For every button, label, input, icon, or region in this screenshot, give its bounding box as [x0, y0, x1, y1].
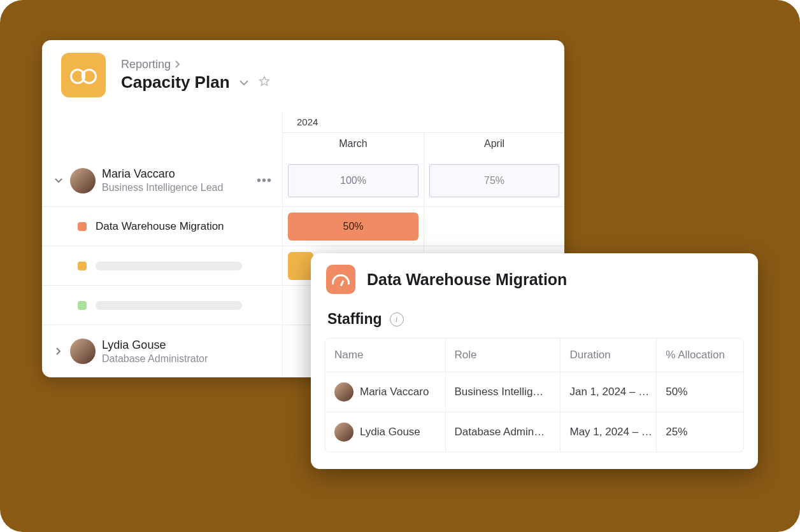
task-color-dot: [78, 222, 87, 231]
person-row-left[interactable]: Maria Vaccaro Business Intelligence Lead…: [42, 155, 283, 206]
card-header: Reporting Capacity Plan: [42, 40, 564, 111]
cell-duration: May 1, 2024 – …: [561, 412, 657, 452]
table-header-row: Name Role Duration % Allocation: [325, 339, 743, 372]
person-name: Lydia Gouse: [102, 339, 208, 352]
table-row[interactable]: Maria Vaccaro Business Intellig… Jan 1, …: [325, 372, 743, 412]
person-role: Business Intelligence Lead: [102, 182, 223, 193]
row-more-button[interactable]: •••: [257, 173, 275, 188]
avatar: [70, 168, 96, 193]
brand-badge: [61, 53, 106, 97]
section-title: Staffing: [327, 311, 382, 328]
expand-toggle[interactable]: [54, 347, 64, 355]
timeline-year: 2024: [283, 111, 564, 133]
task-row-left[interactable]: [42, 246, 283, 285]
timeline-header-spacer: [42, 111, 283, 155]
cell-name: Lydia Gouse: [325, 412, 446, 452]
col-duration: Duration: [561, 339, 657, 372]
gauge-icon: [332, 274, 350, 284]
task-label-skeleton: [96, 301, 242, 310]
table-row[interactable]: Lydia Gouse Database Admin… May 1, 2024 …: [325, 412, 743, 452]
detail-title: Data Warehouse Migration: [367, 270, 567, 289]
person-name: Maria Vaccaro: [102, 167, 223, 181]
person-row-left[interactable]: Lydia Gouse Database Administrator: [42, 325, 283, 377]
task-row[interactable]: Data Warehouse Migration 50%: [42, 207, 564, 246]
info-icon[interactable]: i: [390, 312, 404, 326]
expand-toggle[interactable]: [54, 178, 64, 183]
avatar: [334, 423, 354, 442]
favorite-star-button[interactable]: [258, 75, 271, 90]
breadcrumb-parent[interactable]: Reporting: [121, 58, 171, 71]
cell-role: Business Intellig…: [446, 372, 561, 412]
person-row[interactable]: Maria Vaccaro Business Intelligence Lead…: [42, 155, 564, 207]
title-block: Reporting Capacity Plan: [121, 58, 271, 92]
allocation-cell[interactable]: 75%: [424, 155, 564, 206]
person-name-block: Maria Vaccaro Business Intelligence Lead: [102, 167, 223, 193]
cell-allocation: 25%: [657, 412, 743, 452]
canvas-background: Reporting Capacity Plan: [0, 0, 800, 532]
detail-header: Data Warehouse Migration: [325, 265, 744, 294]
cell-allocation: 50%: [657, 372, 743, 412]
allocation-cell[interactable]: 100%: [283, 155, 424, 206]
detail-badge: [326, 265, 355, 294]
avatar: [70, 339, 96, 364]
page-title: Capacity Plan: [121, 73, 230, 92]
cell-name-text: Maria Vaccaro: [360, 386, 429, 398]
cell-name: Maria Vaccaro: [325, 372, 446, 412]
cell-duration: Jan 1, 2024 – …: [561, 372, 657, 412]
breadcrumb[interactable]: Reporting: [121, 58, 271, 71]
col-allocation: % Allocation: [657, 339, 743, 372]
timeline-month[interactable]: March: [283, 133, 424, 155]
staffing-table: Name Role Duration % Allocation Maria Va…: [325, 338, 744, 452]
cell-name-text: Lydia Gouse: [360, 426, 420, 438]
task-row-left[interactable]: [42, 286, 283, 325]
task-bar-cell[interactable]: 50%: [283, 207, 424, 246]
col-name: Name: [325, 339, 446, 372]
task-label: Data Warehouse Migration: [96, 220, 224, 233]
allocation-chip[interactable]: 100%: [288, 164, 418, 197]
task-color-dot: [78, 301, 87, 310]
allocation-chip[interactable]: 75%: [429, 164, 559, 197]
task-bar[interactable]: [288, 252, 313, 280]
timeline-header: 2024 March April: [42, 111, 564, 155]
avatar: [334, 382, 354, 402]
person-name-block: Lydia Gouse Database Administrator: [102, 339, 208, 365]
col-role: Role: [446, 339, 561, 372]
title-row: Capacity Plan: [121, 73, 271, 92]
task-bar[interactable]: 50%: [288, 213, 418, 241]
cell-role: Database Admin…: [446, 412, 561, 452]
glasses-icon: [70, 69, 97, 81]
task-color-dot: [78, 262, 87, 270]
task-label-skeleton: [96, 262, 242, 270]
task-row-left[interactable]: Data Warehouse Migration: [42, 207, 283, 246]
task-detail-popover: Data Warehouse Migration Staffing i Name…: [311, 253, 758, 469]
timeline-month[interactable]: April: [424, 133, 564, 155]
task-bar-cell: [424, 207, 564, 246]
title-dropdown-button[interactable]: [239, 77, 249, 88]
chevron-right-icon: [175, 59, 181, 71]
section-header: Staffing i: [327, 311, 744, 328]
person-role: Database Administrator: [102, 353, 208, 365]
